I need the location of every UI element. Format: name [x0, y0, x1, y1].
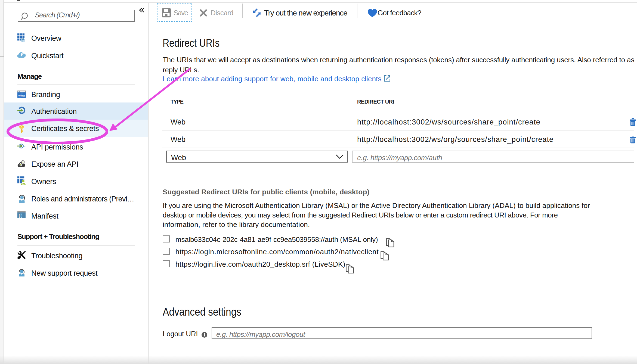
svg-text:www: www [18, 94, 25, 97]
svg-text:{ }: { } [19, 213, 23, 218]
